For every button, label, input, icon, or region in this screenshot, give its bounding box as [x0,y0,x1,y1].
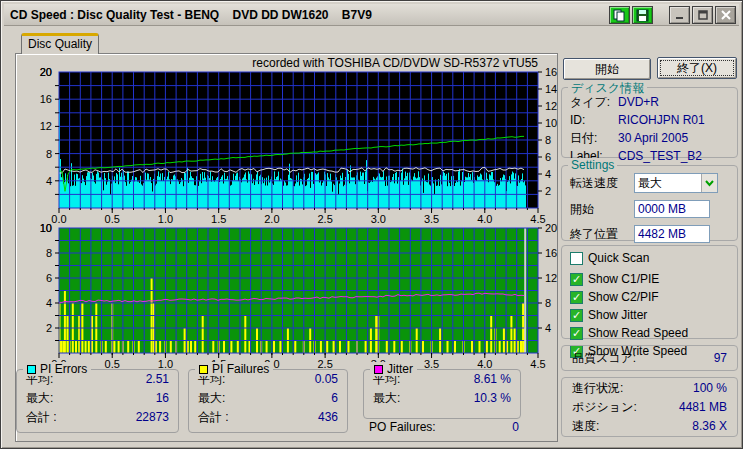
chart-recorded-title: recorded with TOSHIBA CD/DVDW SD-R5372 v… [191,56,538,70]
jitter-legend: Jitter [370,362,417,376]
stat-row: 最大:10.3 % [364,389,520,408]
stat-row: 合計 :436 [189,408,347,427]
checkbox-icon: ✓ [570,327,583,340]
svg-text:4: 4 [545,322,551,334]
jitter-swatch-icon [374,365,383,374]
pi-errors-chart: 0.00.51.01.52.02.53.03.54.04.54812162020… [15,68,558,224]
options-group: Quick Scan ✓Show C1/PIE ✓Show C2/PIF ✓Sh… [561,245,738,339]
checkbox-icon: ✓ [570,291,583,304]
combobox-dropdown-button[interactable] [701,174,717,192]
copy-button[interactable] [609,6,630,24]
svg-text:3.0: 3.0 [371,213,386,224]
svg-text:2: 2 [46,322,52,334]
stat-row: 最大:16 [17,389,178,408]
jitter-legend-label: Jitter [387,362,413,376]
svg-text:4.5: 4.5 [530,358,545,370]
svg-text:1.5: 1.5 [211,213,226,224]
checkbox-icon [570,252,583,265]
quality-score-value: 97 [714,346,727,370]
exit-button[interactable]: 終了(X) [657,57,737,79]
end-position-input[interactable] [634,225,710,243]
checkbox-show-c1-pie[interactable]: ✓Show C1/PIE [562,270,737,288]
speed-combobox-value: 最大 [635,174,701,192]
svg-text:4: 4 [46,297,52,309]
settings-title: Settings [568,158,617,172]
svg-text:6: 6 [46,272,52,284]
svg-text:8: 8 [545,134,551,146]
end-position-row: 終了位置 [562,225,737,243]
pi-failures-swatch-icon [199,365,208,374]
chevron-down-icon [705,180,714,187]
save-icon [636,9,649,22]
titlebar-buttons [607,6,736,24]
svg-text:1.0: 1.0 [158,213,173,224]
svg-text:8: 8 [46,247,52,259]
speed-setting-row: 転送速度 最大 [562,173,737,193]
speed-row: 速度:8.36 X [562,417,737,436]
pi-errors-legend-label: PI Errors [40,362,87,376]
stat-row: 合計 :22873 [17,408,178,427]
svg-text:12: 12 [40,120,52,132]
pi-failures-stats-box: PI Failures 平均:0.05 最大:6 合計 :436 [188,369,348,433]
svg-text:10: 10 [545,117,557,129]
speed-combobox[interactable]: 最大 [634,173,718,193]
svg-text:12: 12 [545,272,557,284]
checkbox-quick-scan[interactable]: Quick Scan [562,249,737,267]
copy-icon [613,9,626,22]
quality-score-row: 品質スコア:97 [562,346,737,370]
disc-info-title: ディスク情報 [568,80,647,97]
save-button[interactable] [632,6,653,24]
pi-errors-legend: PI Errors [23,362,91,376]
svg-text:4.0: 4.0 [477,213,492,224]
svg-text:8: 8 [545,297,551,309]
svg-text:10: 10 [40,224,52,234]
close-icon [720,9,732,21]
svg-text:6: 6 [545,151,551,163]
svg-text:3.5: 3.5 [424,213,439,224]
disc-date-row: 日付:30 April 2005 [562,129,737,147]
pi-failures-legend: PI Failures [195,362,273,376]
start-position-input[interactable] [634,200,710,218]
window-title: CD Speed : Disc Quality Test - BENQ DVD … [4,8,372,22]
start-position-row: 開始 [562,200,737,218]
app-window: CD Speed : Disc Quality Test - BENQ DVD … [0,0,743,449]
checkbox-show-read-speed[interactable]: ✓Show Read Speed [562,324,737,342]
progress-group: 進行状況:100 % ポジション:4481 MB 速度:8.36 X [561,377,738,437]
svg-text:16: 16 [545,247,557,259]
svg-text:2.5: 2.5 [317,213,332,224]
close-button[interactable] [715,6,736,24]
svg-text:2: 2 [545,185,551,197]
disc-info-group: ディスク情報 タイプ:DVD+R ID:RICOHJPN R01 日付:30 A… [561,87,738,158]
quality-score-group: 品質スコア:97 [561,345,738,371]
svg-text:20: 20 [545,224,557,234]
svg-text:14: 14 [545,83,557,95]
svg-text:0.0: 0.0 [51,213,66,224]
stat-row: 最大:6 [189,389,347,408]
tab-disc-quality[interactable]: Disc Quality [21,33,99,54]
checkbox-show-jitter[interactable]: ✓Show Jitter [562,306,737,324]
tab-label: Disc Quality [28,37,92,51]
svg-text:8: 8 [46,148,52,160]
minimize-button[interactable] [669,6,690,24]
svg-text:0.5: 0.5 [105,213,120,224]
minimize-icon [674,9,686,21]
disc-id-row: ID:RICOHJPN R01 [562,111,737,129]
svg-text:20: 20 [40,68,52,78]
title-bar[interactable]: CD Speed : Disc Quality Test - BENQ DVD … [4,4,739,26]
start-button[interactable]: 開始 [563,58,651,80]
checkbox-icon: ✓ [570,273,583,286]
pi-failures-legend-label: PI Failures [212,362,269,376]
progress-row: 進行状況:100 % [562,379,737,398]
po-failures-row: PO Failures:0 [369,420,519,434]
svg-text:2.0: 2.0 [264,213,279,224]
checkbox-show-c2-pif[interactable]: ✓Show C2/PIF [562,288,737,306]
position-row: ポジション:4481 MB [562,398,737,417]
svg-text:4: 4 [545,168,551,180]
svg-text:12: 12 [545,100,557,112]
svg-text:16: 16 [545,68,557,78]
maximize-icon [697,9,709,21]
pi-errors-swatch-icon [27,365,36,374]
svg-text:4.5: 4.5 [530,213,545,224]
maximize-button[interactable] [692,6,713,24]
svg-text:16: 16 [40,93,52,105]
